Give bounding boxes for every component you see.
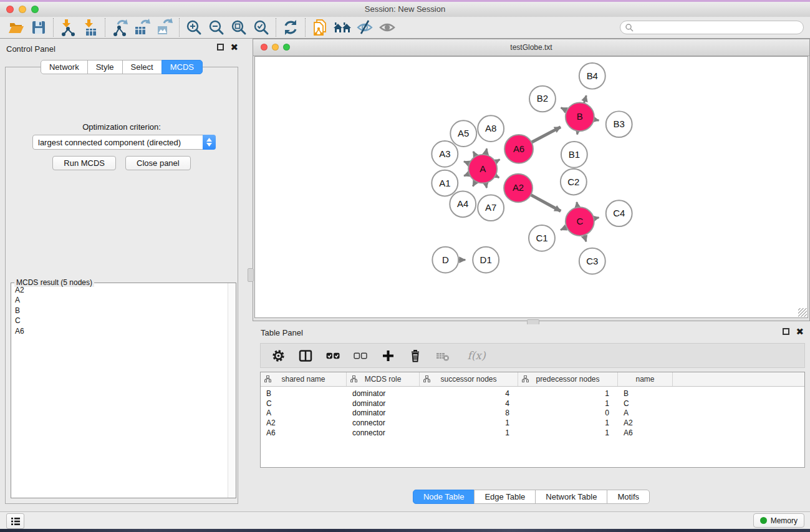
graph-edge[interactable] [561, 227, 567, 230]
table-row[interactable]: Adominator80A [261, 408, 804, 418]
table-row[interactable]: Cdominator41C [261, 399, 804, 409]
graph-node[interactable]: A7 [478, 195, 504, 221]
graph-node[interactable]: D [432, 247, 458, 273]
zoom-selected-button[interactable] [250, 18, 272, 37]
tab-motifs[interactable]: Motifs [607, 490, 650, 504]
graph-edge[interactable] [464, 174, 470, 176]
hide-graphics-details-button[interactable] [354, 18, 376, 37]
graph-edge[interactable] [577, 202, 577, 208]
close-panel-icon[interactable]: ✖ [796, 328, 804, 335]
save-session-button[interactable] [27, 18, 50, 37]
table-row[interactable]: Bdominator41B [261, 389, 804, 399]
show-columns-button[interactable] [298, 348, 313, 363]
graph-edge[interactable] [473, 181, 476, 186]
mcds-result-item[interactable]: A [12, 296, 228, 306]
float-panel-icon[interactable] [217, 44, 224, 51]
export-network-button[interactable] [108, 18, 131, 37]
mcds-result-item[interactable]: A6 [12, 326, 228, 337]
column-header[interactable]: shared name [261, 372, 347, 386]
vertical-splitter-grip[interactable] [248, 268, 254, 282]
close-panel-icon[interactable]: ✖ [230, 44, 238, 51]
graph-node[interactable]: A2 [504, 174, 533, 203]
graph-edge[interactable] [594, 218, 599, 219]
tab-edge-table[interactable]: Edge Table [474, 490, 536, 504]
tab-style[interactable]: Style [87, 60, 123, 74]
graph-node[interactable]: B1 [561, 142, 587, 168]
home-button[interactable] [331, 18, 354, 37]
close-panel-button[interactable]: Close panel [125, 156, 191, 170]
result-scrollbar[interactable] [228, 283, 236, 498]
graph-edge[interactable] [584, 235, 586, 241]
graph-edge[interactable] [486, 148, 487, 155]
graph-node[interactable]: B [566, 102, 594, 131]
graph-edge[interactable] [495, 176, 499, 178]
graph-edge[interactable] [531, 195, 561, 211]
open-session-button[interactable] [5, 18, 27, 37]
mcds-result-item[interactable]: A2 [12, 285, 228, 296]
graph-edge[interactable] [473, 152, 476, 157]
tab-network[interactable]: Network [41, 60, 88, 74]
table-settings-button[interactable] [271, 348, 286, 363]
graph-node[interactable]: C2 [561, 169, 587, 195]
deselect-all-columns-button[interactable] [353, 348, 368, 363]
float-panel-icon[interactable] [783, 328, 789, 335]
refresh-layout-button[interactable] [279, 18, 302, 37]
graph-node[interactable]: C1 [529, 225, 555, 251]
search-input[interactable] [620, 21, 804, 34]
function-builder-button[interactable]: f(x) [463, 348, 490, 363]
select-all-columns-button[interactable] [325, 348, 340, 363]
run-mcds-button[interactable]: Run MCDS [52, 156, 116, 170]
graph-node[interactable]: C4 [606, 200, 632, 226]
zoom-fit-button[interactable] [228, 18, 250, 37]
network-window-titlebar[interactable]: testGlobe.txt [253, 39, 809, 56]
delete-columns-button[interactable] [408, 348, 423, 363]
graph-node[interactable]: A1 [432, 170, 458, 196]
graph-node[interactable]: B2 [529, 86, 556, 112]
graph-node[interactable]: B3 [606, 111, 632, 137]
graph-node[interactable]: D1 [473, 247, 499, 273]
memory-button[interactable]: Memory [753, 513, 804, 528]
graph-node[interactable]: A [468, 155, 497, 183]
table-row[interactable]: A6connector11A6 [261, 428, 804, 438]
graph-node[interactable]: A8 [478, 115, 504, 142]
graph-edge[interactable] [464, 162, 470, 163]
graph-edge[interactable] [531, 127, 561, 143]
graph-node[interactable]: A6 [504, 135, 533, 163]
column-header[interactable]: predecessor nodes [518, 372, 618, 386]
tab-select[interactable]: Select [122, 60, 162, 74]
graph-edge[interactable] [594, 120, 599, 121]
network-canvas[interactable]: B4B2BB3A8A5A6A3B1AA1C2A2A4A7C4CC1DD1C3 [254, 56, 808, 318]
graph-node[interactable]: A5 [450, 120, 476, 147]
tab-network-table[interactable]: Network Table [535, 490, 607, 504]
graph-node[interactable]: A3 [432, 141, 458, 167]
delete-table-button[interactable] [435, 348, 450, 363]
add-column-button[interactable] [380, 348, 395, 363]
task-history-button[interactable] [6, 513, 24, 529]
mcds-result-item[interactable]: B [12, 306, 228, 316]
export-image-button[interactable] [153, 18, 176, 37]
column-header[interactable]: successor nodes [420, 372, 518, 386]
graph-edge[interactable] [486, 183, 487, 188]
show-graphics-details-button[interactable] [376, 18, 398, 37]
tab-mcds[interactable]: MCDS [162, 60, 203, 74]
import-table-button[interactable] [79, 18, 102, 37]
tab-node-table[interactable]: Node Table [413, 490, 475, 504]
zoom-in-button[interactable] [183, 18, 205, 37]
graph-edge[interactable] [561, 108, 567, 111]
table-row[interactable]: A2connector11A2 [261, 418, 804, 428]
import-network-button[interactable] [57, 18, 79, 37]
graph-edge[interactable] [584, 95, 586, 103]
graph-node[interactable]: C3 [579, 248, 605, 274]
graph-node[interactable]: B4 [579, 63, 605, 89]
graph-edge[interactable] [495, 160, 499, 162]
criterion-dropdown[interactable]: largest connected component (directed) [32, 135, 216, 150]
graph-node[interactable]: A4 [450, 191, 476, 217]
export-table-button[interactable] [131, 18, 153, 37]
graph-node[interactable]: C [566, 207, 594, 236]
column-header[interactable]: MCDS role [347, 372, 420, 386]
column-header[interactable]: name [618, 372, 673, 386]
zoom-out-button[interactable] [205, 18, 228, 37]
mcds-result-item[interactable]: C [12, 316, 228, 327]
window-resize-grip[interactable] [798, 308, 807, 317]
new-session-from-network-button[interactable] [309, 18, 331, 37]
